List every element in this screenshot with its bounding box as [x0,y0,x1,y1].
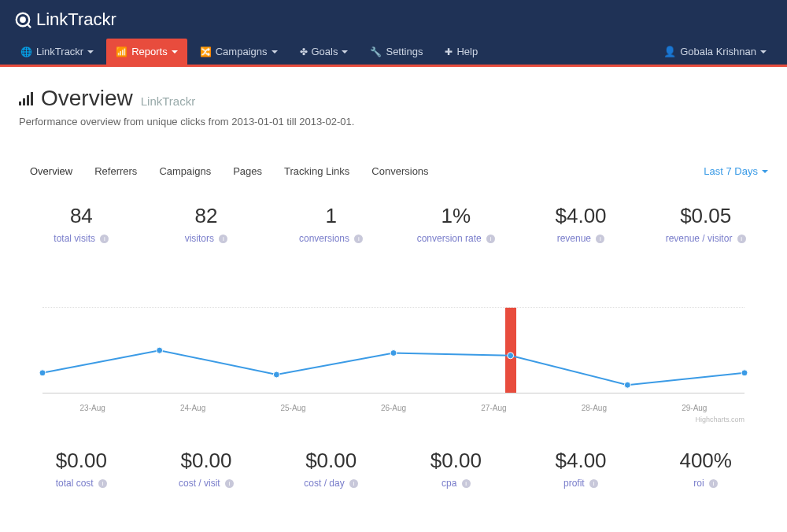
nav-settings[interactable]: 🔧Settings [360,39,432,65]
period-selector[interactable]: Last 7 Days [704,165,768,177]
svg-rect-4 [23,98,25,105]
nav-campaigns[interactable]: 🔀Campaigns [190,39,287,65]
chevron-down-icon [172,50,178,54]
chart-credit: Highcharts.com [695,416,745,423]
chevron-down-icon [762,170,768,173]
svg-point-12 [624,382,630,388]
period-label: Last 7 Days [704,165,758,177]
svg-point-9 [273,371,279,378]
stat-label: cost / visit i [144,478,269,489]
info-icon[interactable]: i [98,479,107,488]
stat-value: $4.00 [519,449,644,473]
svg-point-7 [39,370,46,376]
chart-x-axis: 23-Aug24-Aug25-Aug26-Aug27-Aug28-Aug29-A… [42,404,745,412]
wrench-icon: 🔧 [370,46,382,57]
tab-conversions[interactable]: Conversions [360,159,439,183]
info-icon[interactable]: i [462,479,471,488]
app-header: LinkTrackr [0,0,787,39]
svg-rect-3 [19,102,21,105]
target-icon: ✤ [300,46,308,57]
page-title: Overview [41,86,133,111]
chart-plot-area [42,307,745,393]
tab-overview[interactable]: Overview [19,159,83,183]
signal-icon: 📶 [116,46,127,57]
stat-revenue: $4.00revenue i [519,204,644,244]
page-content: Overview LinkTrackr Performance overview… [0,67,787,512]
info-icon[interactable]: i [596,235,604,243]
info-icon[interactable]: i [225,479,234,488]
nav-help[interactable]: ✚Help [435,39,487,65]
chevron-down-icon [272,50,278,54]
stat-label: total visits i [19,233,144,244]
page-description: Performance overview from unique clicks … [19,116,768,127]
info-icon[interactable]: i [219,235,227,243]
stat-conversion-rate: 1%conversion rate i [394,204,519,244]
stat-value: $0.00 [19,449,144,473]
stat-value: $0.00 [268,449,394,473]
svg-point-1 [20,17,25,22]
chevron-down-icon [87,50,94,54]
user-icon: 👤 [663,46,676,57]
visits-chart: 23-Aug24-Aug25-Aug26-Aug27-Aug28-Aug29-A… [42,283,745,417]
stat-total-cost: $0.00total cost i [19,449,144,489]
tab-tracking-links[interactable]: Tracking Links [273,159,360,183]
svg-point-11 [508,353,514,359]
stat-label: cpa i [394,478,519,489]
stat-label: profit i [519,478,644,489]
info-icon[interactable]: i [354,235,363,243]
stat-cost-day: $0.00cost / day i [268,449,394,489]
stat-value: 1 [268,204,394,228]
stat-label: conversion rate i [394,233,519,244]
stat-value: 1% [394,204,519,228]
info-icon[interactable]: i [349,479,358,488]
page-title-row: Overview LinkTrackr [19,86,768,111]
svg-point-10 [390,350,397,357]
stat-total-visits: 84total visits i [19,204,144,244]
svg-point-8 [157,347,163,353]
brand-name: LinkTrackr [36,9,116,30]
stat-value: 82 [144,204,269,228]
tab-pages[interactable]: Pages [222,159,273,183]
stat-label: conversions i [268,233,394,244]
stat-value: $4.00 [519,204,644,228]
nav-goals[interactable]: ✤Goals [290,39,358,65]
chevron-down-icon [760,50,767,54]
tab-referrers[interactable]: Referrers [83,159,148,183]
info-icon[interactable]: i [100,235,109,243]
logo-icon [14,11,31,28]
stat-value: $0.00 [144,449,269,473]
stat-value: 400% [643,449,768,473]
shuffle-icon: 🔀 [200,46,212,57]
svg-point-13 [741,370,748,376]
chevron-down-icon [342,50,348,54]
stat-revenue-visitor: $0.05revenue / visitor i [643,204,768,244]
plus-square-icon: ✚ [445,46,453,57]
stat-conversions: 1conversions i [268,204,394,244]
brand-logo[interactable]: LinkTrackr [14,9,116,30]
globe-icon: 🌐 [20,46,32,57]
stats-bottom: $0.00total cost i$0.00cost / visit i$0.0… [19,449,768,489]
stat-label: visitors i [144,233,269,244]
user-menu[interactable]: 👤 Gobala Krishnan [654,39,776,65]
svg-rect-6 [31,92,33,105]
stat-roi: 400%roi i [643,449,768,489]
nav-reports[interactable]: 📶Reports [106,39,187,65]
stat-value: $0.00 [394,449,519,473]
info-icon[interactable]: i [589,479,598,488]
page-subtitle: LinkTrackr [141,94,195,108]
info-icon[interactable]: i [709,479,718,488]
tab-campaigns[interactable]: Campaigns [148,159,222,183]
stat-visitors: 82visitors i [144,204,269,244]
nav-linktrackr[interactable]: 🌐LinkTrackr [11,39,103,65]
stat-label: total cost i [19,478,144,489]
stat-label: cost / day i [268,478,394,489]
info-icon[interactable]: i [737,235,746,243]
stat-value: $0.05 [643,204,768,228]
stat-cpa: $0.00cpa i [394,449,519,489]
main-nav: 🌐LinkTrackr📶Reports🔀Campaigns✤Goals🔧Sett… [0,39,787,67]
stat-profit: $4.00profit i [519,449,644,489]
stat-label: revenue i [519,233,644,244]
user-name: Gobala Krishnan [680,46,756,57]
stat-label: roi i [643,478,768,489]
info-icon[interactable]: i [486,235,495,243]
